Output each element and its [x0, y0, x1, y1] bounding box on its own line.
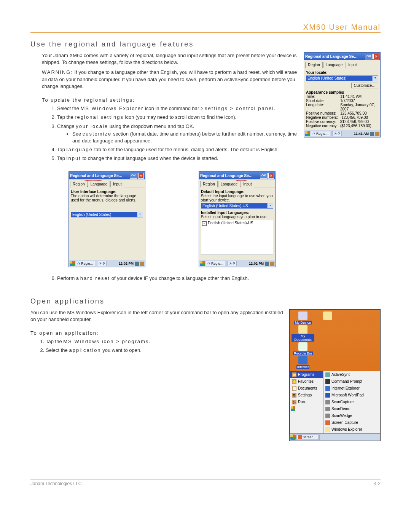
tray-icon — [140, 262, 144, 266]
installed-languages-list[interactable]: ✓English (United States)-US — [201, 220, 273, 254]
dialog-titlebar: Regional and Language Se… OK ✕ — [199, 172, 275, 179]
taskbar: ◔Regio… ◔⚲ 12:02 PM — [199, 260, 275, 267]
document-header: XM60 User Manual — [30, 23, 381, 33]
program-item[interactable]: ScanWedge — [323, 412, 380, 419]
program-item[interactable]: Windows Explorer — [323, 426, 380, 433]
ok-button[interactable]: OK — [130, 173, 137, 179]
ok-button[interactable]: OK — [365, 54, 373, 59]
list-item: Tap input to change the input language u… — [57, 155, 381, 162]
start-menu-item[interactable]: ⚙Settings — [290, 392, 323, 399]
start-icon[interactable] — [290, 435, 296, 440]
chevron-down-icon: ▾ — [137, 212, 143, 217]
program-item[interactable]: Microsoft WordPad — [323, 392, 380, 399]
taskbar-button[interactable]: ◔Regio… — [76, 261, 95, 266]
ok-button[interactable]: OK — [260, 173, 268, 179]
language-dialog: Regional and Language Se… OK ✕ Region La… — [68, 171, 145, 267]
default-input-dropdown[interactable]: English (United States)-US ▾ — [201, 203, 273, 209]
taskbar-button[interactable]: ◔Regio… — [206, 261, 225, 266]
tab-input[interactable]: Input — [241, 181, 254, 187]
tab-region[interactable]: Region — [200, 181, 218, 187]
start-icon[interactable] — [305, 131, 310, 136]
default-input-text: Select the input language to use when yo… — [201, 194, 273, 202]
tray-icon — [375, 132, 379, 136]
programs-submenu: ActiveSyncCommand PromptInternet Explore… — [323, 371, 380, 433]
program-item[interactable]: ScanDemo — [323, 406, 380, 412]
dialog-titlebar: Regional and Language Se… OK ✕ — [304, 53, 380, 60]
start-menu-item[interactable]: ▷Run… — [290, 399, 323, 406]
tab-input[interactable]: Input — [110, 181, 124, 187]
chevron-down-icon: ▾ — [372, 76, 378, 81]
close-icon[interactable]: ✕ — [373, 54, 379, 59]
program-item[interactable]: Internet Explorer — [323, 385, 380, 392]
locale-label: Your locale: — [306, 70, 378, 75]
taskbar-button[interactable]: ◔Regio… — [311, 131, 330, 136]
clock: 12:02 PM — [249, 262, 264, 265]
desktop-screenshot: My DeviceMy DocumentsRecycle BinInternet… — [289, 309, 381, 441]
tray-icon — [270, 262, 274, 266]
installed-languages-text: Select input languages you plan to use. — [201, 215, 273, 219]
tray-icon — [135, 262, 139, 266]
footer-company: Janam Technologies LLC — [30, 481, 82, 486]
tab-language[interactable]: Language — [323, 62, 346, 68]
desktop-icon[interactable] — [316, 312, 339, 320]
start-icon[interactable] — [70, 261, 75, 266]
desktop-icon[interactable]: My Device — [292, 312, 314, 324]
taskbar-button[interactable]: Screen… — [296, 435, 319, 440]
tray-icon — [370, 132, 374, 136]
tab-region[interactable]: Region — [70, 181, 88, 187]
checkbox[interactable]: ✓ — [202, 221, 207, 226]
chevron-down-icon: ▾ — [267, 203, 273, 208]
taskbar: Screen… — [290, 433, 380, 441]
dialog-titlebar: Regional and Language Se… OK ✕ — [69, 172, 145, 179]
start-menu-item[interactable]: 📁Programs — [290, 371, 323, 378]
input-dialog: Regional and Language Se… OK ✕ Region La… — [199, 171, 276, 267]
clock: 11:41 AM — [354, 132, 369, 136]
default-input-label: Default Input Language: — [201, 190, 273, 194]
start-menu-item[interactable]: ⭐Favorites — [290, 378, 323, 385]
ui-language-label: User Interface Language: — [71, 190, 143, 194]
program-item[interactable]: Screen Capture — [323, 419, 380, 426]
tab-input[interactable]: Input — [346, 62, 359, 68]
tab-region[interactable]: Region — [305, 62, 323, 68]
desktop-icon[interactable]: My Documents — [292, 325, 314, 342]
tray-icon — [265, 262, 269, 266]
section-heading-regional: Use the regional and language features — [30, 40, 381, 48]
ui-language-text: The option will determine the language u… — [71, 194, 143, 202]
section-heading-open-apps: Open applications — [30, 297, 381, 305]
tab-language[interactable]: Language — [88, 181, 110, 187]
dialog-title: Regional and Language Se… — [305, 54, 358, 59]
taskbar: ◔Regio… ◔⚲ 12:02 PM — [69, 260, 145, 267]
close-icon[interactable]: ✕ — [138, 173, 144, 179]
locale-dropdown[interactable]: English (United States) ▾ — [306, 75, 378, 81]
program-item[interactable]: ActiveSync — [323, 371, 380, 378]
tab-language[interactable]: Language — [218, 181, 241, 187]
installed-languages-label: Installed Input Languages: — [201, 211, 273, 215]
page-number: 4-2 — [374, 481, 381, 486]
taskbar: ◔Regio… ◔⚲ 11:41 AM — [304, 130, 380, 137]
ui-language-dropdown[interactable]: English (United States) ▾ — [71, 212, 143, 217]
program-item[interactable]: Command Prompt — [323, 378, 380, 385]
samples-label: Appearance samples — [306, 90, 378, 94]
step-6: Perform a hard reset of your device IF y… — [46, 275, 381, 282]
desktop-icon[interactable]: Recycle Bin — [292, 342, 314, 355]
regional-dialog: Regional and Language Se… OK ✕ Region La… — [304, 52, 381, 137]
start-menu-item[interactable]: 📄Documents — [290, 385, 323, 392]
close-icon[interactable]: ✕ — [268, 173, 274, 179]
list-item: Tap language tab to set the language use… — [57, 146, 381, 153]
start-menu: 📁Programs⭐Favorites📄Documents⚙Settings▷R… — [290, 371, 323, 433]
program-item[interactable]: ScanCapture — [323, 399, 380, 406]
start-icon[interactable] — [200, 261, 205, 266]
desktop-icon[interactable]: Internet — [292, 356, 314, 369]
customize-button[interactable]: Customize… — [351, 83, 378, 88]
clock: 12:02 PM — [119, 262, 134, 265]
